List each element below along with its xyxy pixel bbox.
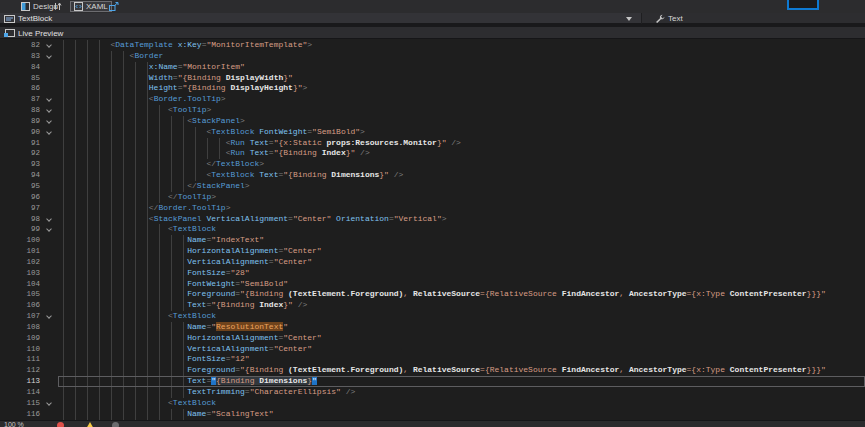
code-text[interactable]: <Run Text="{x:Static props:Resources.Mon… — [58, 138, 865, 149]
code-text[interactable]: Foreground="{Binding (TextElement.Foregr… — [58, 365, 865, 376]
breakpoint-margin[interactable] — [0, 127, 14, 138]
line-number[interactable]: 114 — [14, 387, 40, 398]
xaml-tab[interactable]: XAML — [70, 1, 112, 12]
fold-toggle[interactable] — [40, 40, 58, 51]
breakpoint-margin[interactable] — [0, 409, 14, 420]
breakpoint-margin[interactable] — [0, 279, 14, 290]
code-text[interactable]: <Border.ToolTip> — [58, 94, 865, 105]
breakpoint-margin[interactable] — [0, 235, 14, 246]
line-number[interactable]: 98 — [14, 214, 40, 225]
breadcrumb-element-label[interactable]: TextBlock — [18, 14, 52, 23]
code-line[interactable]: 95 </StackPanel> — [0, 181, 865, 192]
code-lines[interactable]: 82 <DataTemplate x:Key="MonitorItemTempl… — [0, 39, 865, 420]
code-text[interactable]: FontWeight="SemiBold" — [58, 279, 865, 290]
breakpoint-margin[interactable] — [0, 94, 14, 105]
breakpoint-margin[interactable] — [0, 138, 14, 149]
breakpoint-margin[interactable] — [0, 398, 14, 409]
code-text[interactable]: Text="{Binding Index}" /> — [58, 300, 865, 311]
code-text[interactable]: <TextBlock FontWeight="SemiBold"> — [58, 127, 865, 138]
breakpoint-margin[interactable] — [0, 365, 14, 376]
code-text[interactable]: VerticalAlignment="Center" — [58, 257, 865, 268]
breakpoint-margin[interactable] — [0, 73, 14, 84]
breakpoint-margin[interactable] — [0, 257, 14, 268]
breakpoint-margin[interactable] — [0, 289, 14, 300]
line-number[interactable]: 112 — [14, 365, 40, 376]
code-text[interactable]: </TextBlock> — [58, 159, 865, 170]
breakpoint-margin[interactable] — [0, 105, 14, 116]
line-number[interactable]: 116 — [14, 409, 40, 420]
line-number[interactable]: 105 — [14, 289, 40, 300]
breakpoint-margin[interactable] — [0, 181, 14, 192]
fold-toggle[interactable] — [40, 116, 58, 127]
line-number[interactable]: 96 — [14, 192, 40, 203]
code-text[interactable]: </Border.ToolTip> — [58, 203, 865, 214]
line-number[interactable]: 84 — [14, 62, 40, 73]
code-line[interactable]: 87 <Border.ToolTip> — [0, 94, 865, 105]
code-line[interactable]: 106 Text="{Binding Index}" /> — [0, 300, 865, 311]
fold-toggle[interactable] — [40, 94, 58, 105]
line-number[interactable]: 94 — [14, 170, 40, 181]
error-icon[interactable] — [57, 422, 64, 427]
fold-toggle[interactable] — [40, 214, 58, 225]
swap-panes-button[interactable] — [51, 1, 63, 12]
code-text[interactable]: Name="IndexText" — [58, 235, 865, 246]
code-text[interactable]: <StackPanel> — [58, 116, 865, 127]
code-line[interactable]: 105 Foreground="{Binding (TextElement.Fo… — [0, 289, 865, 300]
breakpoint-margin[interactable] — [0, 116, 14, 127]
code-line[interactable]: 108 Name="ResolutionText" — [0, 322, 865, 333]
breakpoint-margin[interactable] — [0, 170, 14, 181]
breakpoint-margin[interactable] — [0, 203, 14, 214]
line-number[interactable]: 92 — [14, 148, 40, 159]
breakpoint-margin[interactable] — [0, 83, 14, 94]
line-number[interactable]: 90 — [14, 127, 40, 138]
line-number[interactable]: 106 — [14, 300, 40, 311]
breakpoint-margin[interactable] — [0, 51, 14, 62]
warning-icon[interactable] — [86, 422, 94, 427]
code-text[interactable]: </StackPanel> — [58, 181, 865, 192]
code-line[interactable]: 84 x:Name="MonitorItem" — [0, 62, 865, 73]
code-line[interactable]: 111 FontSize="12" — [0, 354, 865, 365]
breakpoint-margin[interactable] — [0, 333, 14, 344]
line-number[interactable]: 97 — [14, 203, 40, 214]
code-text[interactable]: <TextBlock — [58, 224, 865, 235]
fold-toggle[interactable] — [40, 127, 58, 138]
code-line[interactable]: 90 <TextBlock FontWeight="SemiBold"> — [0, 127, 865, 138]
code-text[interactable]: x:Name="MonitorItem" — [58, 62, 865, 73]
breakpoint-margin[interactable] — [0, 376, 14, 387]
code-line[interactable]: 85 Width="{Binding DisplayWidth}" — [0, 73, 865, 84]
line-number[interactable]: 111 — [14, 354, 40, 365]
code-text[interactable]: <TextBlock Text="{Binding Dimensions}" /… — [58, 170, 865, 181]
line-number[interactable]: 113 — [14, 376, 40, 387]
code-line[interactable]: 91 <Run Text="{x:Static props:Resources.… — [0, 138, 865, 149]
code-line[interactable]: 94 <TextBlock Text="{Binding Dimensions}… — [0, 170, 865, 181]
breakpoint-margin[interactable] — [0, 148, 14, 159]
line-number[interactable]: 103 — [14, 268, 40, 279]
code-text[interactable]: Text="{Binding Dimensions}" — [58, 376, 865, 387]
code-line[interactable]: 86 Height="{Binding DisplayHeight}"> — [0, 83, 865, 94]
line-number[interactable]: 109 — [14, 333, 40, 344]
breakpoint-margin[interactable] — [0, 40, 14, 51]
breakpoint-margin[interactable] — [0, 214, 14, 225]
line-number[interactable]: 83 — [14, 51, 40, 62]
line-number[interactable]: 91 — [14, 138, 40, 149]
code-line[interactable]: 102 VerticalAlignment="Center" — [0, 257, 865, 268]
code-line[interactable]: 100 Name="IndexText" — [0, 235, 865, 246]
code-line[interactable]: 110 VerticalAlignment="Center" — [0, 344, 865, 355]
line-number[interactable]: 99 — [14, 224, 40, 235]
code-line[interactable]: 114 TextTrimming="CharacterEllipsis" /> — [0, 387, 865, 398]
line-number[interactable]: 104 — [14, 279, 40, 290]
fold-toggle[interactable] — [40, 398, 58, 409]
line-number[interactable]: 87 — [14, 94, 40, 105]
breakpoint-margin[interactable] — [0, 322, 14, 333]
breakpoint-margin[interactable] — [0, 224, 14, 235]
code-line[interactable]: 92 <Run Text="{Binding Index}" /> — [0, 148, 865, 159]
breakpoint-margin[interactable] — [0, 268, 14, 279]
breakpoint-margin[interactable] — [0, 246, 14, 257]
breakpoint-margin[interactable] — [0, 159, 14, 170]
code-line[interactable]: 104 FontWeight="SemiBold" — [0, 279, 865, 290]
breakpoint-margin[interactable] — [0, 354, 14, 365]
breakpoint-margin[interactable] — [0, 300, 14, 311]
code-text[interactable]: <ToolTip> — [58, 105, 865, 116]
code-text[interactable]: FontSize="12" — [58, 354, 865, 365]
breakpoint-margin[interactable] — [0, 62, 14, 73]
